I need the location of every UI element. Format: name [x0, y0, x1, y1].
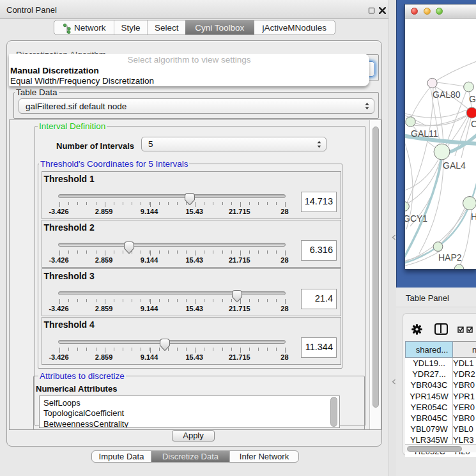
- svg-text:GAL11: GAL11: [411, 128, 438, 139]
- svg-text:H: H: [471, 211, 476, 222]
- svg-text:HAP2: HAP2: [438, 252, 462, 263]
- svg-text:GAL80: GAL80: [433, 89, 461, 100]
- svg-text:GCY1: GCY1: [405, 213, 427, 224]
- svg-text:C: C: [471, 119, 476, 129]
- svg-text:GAL4: GAL4: [443, 160, 466, 171]
- svg-text:G: G: [469, 94, 476, 104]
